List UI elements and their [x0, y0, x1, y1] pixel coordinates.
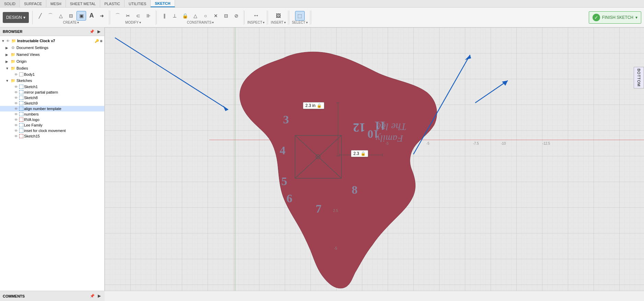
sketch9-icon — [19, 101, 23, 105]
sketch15-icon — [19, 134, 23, 138]
divider-1 — [32, 11, 33, 24]
design-button[interactable]: DESIGN ▾ — [3, 12, 29, 23]
tree-mirror-partial[interactable]: ▶ 👁 mirror partial pattern — [0, 89, 104, 95]
svg-text:-7.5: -7.5 — [473, 142, 479, 145]
svg-text:8: 8 — [352, 183, 358, 196]
constraints-label[interactable]: CONSTRAINTS ▾ — [187, 21, 214, 24]
origin-arrow-icon: ▶ — [5, 60, 10, 63]
dimension-label-1[interactable]: 2.3 in 🔒 — [303, 102, 324, 109]
tree-align-number[interactable]: ▶ 👁 align number template — [0, 106, 104, 111]
svg-text:-5: -5 — [426, 142, 430, 145]
tab-sheet-metal[interactable]: SHEET METAL — [66, 0, 100, 7]
explode-tool[interactable]: ⊪ — [144, 11, 153, 21]
svg-text:5: 5 — [281, 175, 287, 188]
tree-rva-logo[interactable]: ▶ 👁 RVA logo — [0, 117, 104, 122]
dimension-label-2[interactable]: 2.3 🔒 — [351, 150, 368, 157]
browser-tree: ▼ 👁 📁 Instructable Clock v7 🔑 ⏺ ▶ ⚙ Docu… — [0, 36, 104, 291]
tab-surface[interactable]: SURFACE — [20, 0, 46, 7]
arc-tool[interactable]: ⌒ — [46, 11, 55, 21]
sketch8-visibility-icon[interactable]: 👁 — [14, 96, 18, 100]
no-constraint[interactable]: ⊘ — [232, 11, 241, 21]
modify-chevron-icon: ▾ — [139, 21, 141, 24]
tree-sketch8[interactable]: ▶ 👁 Sketch8 — [0, 95, 104, 100]
measure-tool[interactable]: ↔ — [251, 11, 261, 21]
perpendicular-constraint[interactable]: ⊥ — [170, 11, 179, 21]
cross-constraint[interactable]: ✕ — [211, 11, 221, 21]
divider-2 — [110, 11, 110, 24]
mirror-constraint[interactable]: ⊟ — [221, 11, 231, 21]
tree-numbers[interactable]: ▶ 👁 numbers — [0, 111, 104, 117]
body1-box-icon — [19, 72, 23, 76]
select-icons: ⬚ — [295, 11, 305, 21]
doc-settings-gear-icon: ⚙ — [10, 45, 16, 50]
body1-visibility-icon[interactable]: 👁 — [14, 73, 18, 76]
polygon-tool[interactable]: △ — [56, 11, 66, 21]
select-label[interactable]: SELECT ▾ — [292, 21, 308, 24]
inset-visibility-icon[interactable]: 👁 — [14, 129, 18, 133]
inspect-label[interactable]: INSPECT ▾ — [247, 21, 265, 24]
tree-root[interactable]: ▼ 👁 📁 Instructable Clock v7 🔑 ⏺ — [0, 37, 104, 44]
sketch15-visibility-icon[interactable]: 👁 — [14, 134, 18, 138]
comments-pin-icon[interactable]: 📌 — [90, 293, 95, 299]
sketch1-icon — [19, 85, 23, 89]
browser-panel: BROWSER 📌 ▶ ▼ 👁 📁 Instructable Clock v7 … — [0, 27, 105, 291]
insert-section: 🖼 INSERT ▾ — [269, 10, 288, 25]
text-tool[interactable]: A — [87, 11, 96, 21]
sketches-arrow-icon: ▼ — [5, 79, 10, 83]
line-tool[interactable]: ╱ — [35, 11, 45, 21]
tree-lee-family[interactable]: ▶ 👁 Lee Family — [0, 122, 104, 128]
create-label[interactable]: CREATE ▾ — [63, 21, 79, 24]
modify-label[interactable]: MODIFY ▾ — [125, 21, 141, 24]
tab-solid[interactable]: SOLID — [0, 0, 20, 7]
lock-constraint[interactable]: 🔒 — [180, 11, 190, 21]
constraints-section: ∥ ⊥ 🔒 △ ○ ✕ ⊟ ⊘ CONSTRAINTS ▾ — [157, 10, 244, 25]
inset-sketch-icon — [19, 129, 23, 133]
tree-sketch9[interactable]: ▶ 👁 Sketch9 — [0, 100, 104, 106]
tab-sketch[interactable]: SKETCH — [151, 0, 175, 7]
triangle-constraint[interactable]: △ — [190, 11, 200, 21]
root-badge-icon: 🔑 — [95, 39, 99, 43]
tree-sketches[interactable]: ▼ 📁 Sketches — [0, 77, 104, 84]
tree-bodies[interactable]: ▼ 📁 Bodies — [0, 65, 104, 72]
insert-image-tool[interactable]: 🖼 — [273, 11, 283, 21]
tree-named-views[interactable]: ▶ 📁 Named Views — [0, 51, 104, 58]
rect-tool[interactable]: ⊟ — [66, 11, 76, 21]
tab-mesh[interactable]: MESH — [46, 0, 66, 7]
scissors-tool[interactable]: ✂ — [123, 11, 133, 21]
center-rect-tool[interactable]: ▣ — [77, 11, 86, 21]
align-visibility-icon[interactable]: 👁 — [14, 107, 18, 111]
parallel-constraint[interactable]: ∥ — [160, 11, 169, 21]
offset-tool[interactable]: ⊂ — [133, 11, 143, 21]
root-visibility-icon[interactable]: 👁 — [6, 39, 10, 43]
browser-header: BROWSER 📌 ▶ — [0, 27, 104, 36]
lee-visibility-icon[interactable]: 👁 — [14, 123, 18, 127]
comments-collapse-icon[interactable]: ▶ — [96, 293, 102, 299]
tree-document-settings[interactable]: ▶ ⚙ Document Settings — [0, 44, 104, 51]
tree-origin[interactable]: ▶ 📁 Origin — [0, 58, 104, 65]
mirror-visibility-icon[interactable]: 👁 — [14, 91, 18, 94]
tree-sketch15[interactable]: ▶ 👁 Sketch15 — [0, 133, 104, 139]
tree-sketch1[interactable]: ▶ 👁 Sketch1 — [0, 84, 104, 89]
tree-inset-clock[interactable]: ▶ 👁 inset for clock movement — [0, 128, 104, 133]
sketch9-visibility-icon[interactable]: 👁 — [14, 101, 18, 105]
fillet-tool[interactable]: ⌒ — [113, 11, 122, 21]
tree-body1[interactable]: ▶ 👁 Body1 — [0, 72, 104, 77]
tab-plastic[interactable]: PLASTIC — [100, 0, 125, 7]
canvas-area[interactable]: 12 11 10 3 4 5 6 7 8 The lee Family 2.5 … — [105, 27, 644, 291]
sketch1-visibility-icon[interactable]: 👁 — [14, 85, 18, 89]
divider-6 — [289, 11, 289, 24]
dimension-tool[interactable]: ➜ — [97, 11, 107, 21]
body1-arrow-placeholder: ▶ — [10, 73, 14, 76]
browser-collapse-icon[interactable]: ▶ — [96, 29, 102, 34]
numbers-visibility-icon[interactable]: 👁 — [14, 112, 18, 116]
select-tool[interactable]: ⬚ — [295, 11, 305, 21]
browser-pin-icon[interactable]: 📌 — [89, 29, 95, 34]
named-views-folder-icon: 📁 — [10, 52, 16, 57]
circle-constraint[interactable]: ○ — [201, 11, 210, 21]
svg-text:2.5: 2.5 — [333, 209, 338, 213]
insert-icons: 🖼 — [273, 11, 283, 21]
tab-utilities[interactable]: UTILITIES — [125, 0, 151, 7]
insert-label[interactable]: INSERT ▾ — [271, 21, 286, 24]
rva-visibility-icon[interactable]: 👁 — [14, 118, 18, 122]
finish-sketch-button[interactable]: ✓ FINISH SKETCH ▾ — [589, 11, 641, 24]
